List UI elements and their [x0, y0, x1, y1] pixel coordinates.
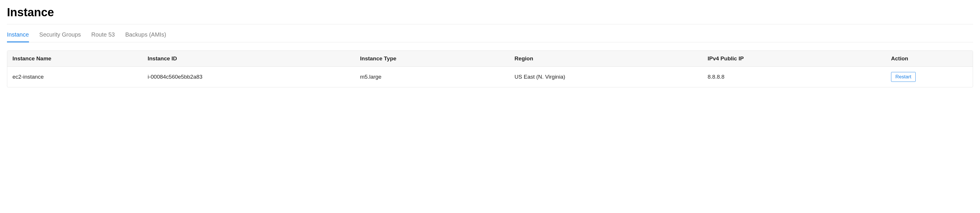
tab-instance[interactable]: Instance	[7, 29, 29, 42]
tabs-container: Instance Security Groups Route 53 Backup…	[7, 29, 973, 42]
column-header-action: Action	[886, 51, 973, 67]
cell-instance-name: ec2-instance	[7, 67, 142, 87]
column-header-type: Instance Type	[355, 51, 509, 67]
cell-ipv4: 8.8.8.8	[702, 67, 886, 87]
instance-table-container: Instance Name Instance ID Instance Type …	[7, 51, 973, 87]
column-header-ip: IPv4 Public IP	[702, 51, 886, 67]
cell-region: US East (N. Virginia)	[509, 67, 702, 87]
tab-backups-amis[interactable]: Backups (AMIs)	[125, 29, 166, 42]
tab-security-groups[interactable]: Security Groups	[40, 29, 81, 42]
divider	[7, 24, 973, 24]
cell-action: Restart	[886, 67, 973, 87]
column-header-id: Instance ID	[142, 51, 355, 67]
cell-instance-id: i-00084c560e5bb2a83	[142, 67, 355, 87]
tab-route-53[interactable]: Route 53	[91, 29, 115, 42]
table-header-row: Instance Name Instance ID Instance Type …	[7, 51, 973, 67]
restart-button[interactable]: Restart	[891, 72, 916, 82]
cell-instance-type: m5.large	[355, 67, 509, 87]
column-header-region: Region	[509, 51, 702, 67]
column-header-name: Instance Name	[7, 51, 142, 67]
instance-table: Instance Name Instance ID Instance Type …	[7, 51, 973, 87]
table-row: ec2-instance i-00084c560e5bb2a83 m5.larg…	[7, 67, 973, 87]
page-title: Instance	[7, 6, 973, 19]
